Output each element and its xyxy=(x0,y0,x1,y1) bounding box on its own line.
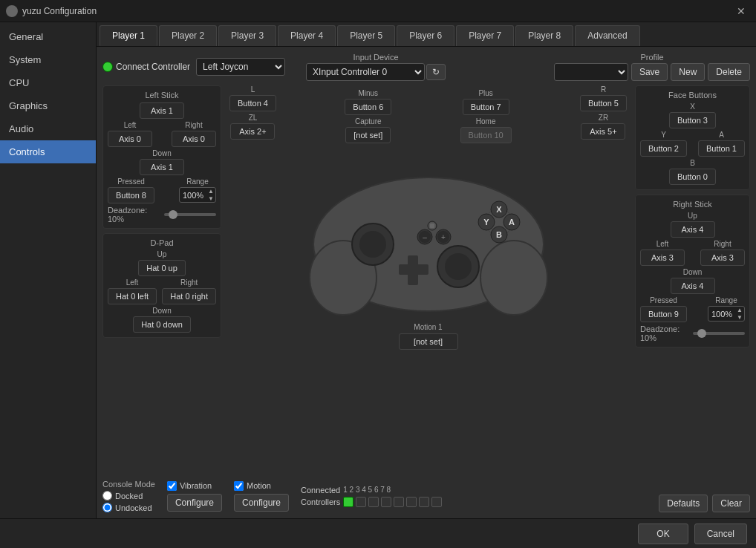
cancel-button[interactable]: Cancel xyxy=(694,523,747,544)
left-stick-range-spinbox[interactable]: 100% ▲ ▼ xyxy=(179,187,216,203)
dpad-down-btn[interactable]: Hat 0 down xyxy=(133,316,191,333)
ctrl-led-2 xyxy=(356,497,366,507)
r-btn[interactable]: Button 5 xyxy=(580,95,627,111)
ctrl-led-8 xyxy=(431,497,442,507)
y-btn[interactable]: Button 2 xyxy=(640,140,687,157)
right-stick-range-label: Range xyxy=(715,296,737,304)
connect-led xyxy=(102,62,113,72)
vibration-configure-btn[interactable]: Configure xyxy=(167,494,222,512)
delete-button[interactable]: Delete xyxy=(708,63,750,81)
vibration-checkbox[interactable] xyxy=(167,481,177,491)
right-range-down-arrow[interactable]: ▼ xyxy=(735,314,744,322)
clear-button[interactable]: Clear xyxy=(712,495,750,512)
right-stick-deadzone-slider[interactable] xyxy=(693,332,745,335)
zl-btn[interactable]: Axis 2+ xyxy=(230,123,275,140)
main-container: General System CPU Graphics Audio Contro… xyxy=(0,22,756,518)
right-stick-left-btn[interactable]: Axis 3 xyxy=(640,249,685,266)
sidebar-item-audio[interactable]: Audio xyxy=(0,117,96,140)
left-stick-up-btn[interactable]: Axis 1 xyxy=(140,102,184,119)
dpad-up-btn[interactable]: Hat 0 up xyxy=(138,260,186,276)
sidebar-item-controls[interactable]: Controls xyxy=(0,140,96,163)
left-stick-down-label: Down xyxy=(152,149,172,157)
minus-label: Minus xyxy=(358,89,378,97)
motion-btn[interactable]: [not set] xyxy=(399,333,458,350)
left-stick-left-btn[interactable]: Axis 0 xyxy=(108,131,152,147)
connected-label: Connected xyxy=(301,486,340,495)
zr-btn[interactable]: Axis 5+ xyxy=(581,123,625,140)
bottom-options: Console Mode Docked Undocked Vibration xyxy=(102,480,442,512)
tab-advanced[interactable]: Advanced xyxy=(575,25,639,46)
left-stick-down-btn[interactable]: Axis 1 xyxy=(140,159,184,175)
x-label: X xyxy=(690,102,695,111)
sidebar-item-general[interactable]: General xyxy=(0,25,96,48)
a-label: A xyxy=(719,131,724,139)
right-range-up-arrow[interactable]: ▲ xyxy=(735,307,744,314)
svg-text:B: B xyxy=(496,230,502,239)
right-stick-up-btn[interactable]: Axis 4 xyxy=(671,221,715,238)
save-button[interactable]: Save xyxy=(631,63,668,81)
l-btn[interactable]: Button 4 xyxy=(229,95,276,111)
profile-select[interactable] xyxy=(554,63,628,81)
ok-button[interactable]: OK xyxy=(638,523,688,544)
defaults-button[interactable]: Defaults xyxy=(659,495,708,512)
motion-checkbox[interactable] xyxy=(234,481,244,491)
home-btn[interactable]: Button 10 xyxy=(460,127,512,143)
motion-configure-btn[interactable]: Configure xyxy=(234,494,289,512)
tab-player6[interactable]: Player 6 xyxy=(397,25,454,46)
right-stick-pressed-btn[interactable]: Button 9 xyxy=(640,306,687,322)
input-device-refresh[interactable]: ↻ xyxy=(426,64,446,80)
right-stick-down-btn[interactable]: Axis 4 xyxy=(671,278,715,294)
tab-player1[interactable]: Player 1 xyxy=(100,25,157,46)
docked-radio[interactable] xyxy=(102,491,112,500)
input-device-select[interactable]: XInput Controller 0 xyxy=(306,63,425,81)
x-btn[interactable]: Button 3 xyxy=(669,112,716,128)
connect-controller-label: Connect Controller xyxy=(116,62,190,72)
tab-player4[interactable]: Player 4 xyxy=(278,25,336,46)
ctrl-led-6 xyxy=(406,497,417,507)
bottom-bar: OK Cancel xyxy=(0,518,756,548)
new-button[interactable]: New xyxy=(671,63,705,81)
dpad-up-label: Up xyxy=(157,250,167,258)
tab-player2[interactable]: Player 2 xyxy=(159,25,217,46)
right-stick-deadzone-label: Deadzone: 10% xyxy=(640,324,690,342)
left-stick-deadzone-slider[interactable] xyxy=(164,213,216,216)
plus-btn[interactable]: Button 7 xyxy=(463,99,509,115)
sidebar-item-graphics[interactable]: Graphics xyxy=(0,94,96,117)
undocked-radio[interactable] xyxy=(102,503,112,512)
right-stick-right-btn[interactable]: Axis 3 xyxy=(700,249,745,266)
middle-column: L Button 4 ZL Axis 2+ Minus xyxy=(226,85,630,350)
tab-player5[interactable]: Player 5 xyxy=(337,25,395,46)
left-stick-pressed-label: Pressed xyxy=(117,177,145,186)
content-area: Player 1 Player 2 Player 3 Player 4 Play… xyxy=(97,22,756,518)
tab-player3[interactable]: Player 3 xyxy=(218,25,276,46)
right-stick-range-spinbox[interactable]: 100% ▲ ▼ xyxy=(708,306,745,322)
a-btn[interactable]: Button 1 xyxy=(698,140,745,157)
ctrl-led-3 xyxy=(368,497,379,507)
left-stick-title: Left Stick xyxy=(108,91,216,100)
controller-type-select[interactable]: Left Joycon Right Joycon Handheld xyxy=(196,58,285,76)
range-up-arrow[interactable]: ▲ xyxy=(206,188,215,195)
tab-player7[interactable]: Player 7 xyxy=(456,25,514,46)
capture-btn[interactable]: [not set] xyxy=(345,127,391,143)
svg-point-6 xyxy=(445,253,472,280)
sidebar-item-system[interactable]: System xyxy=(0,48,96,71)
svg-rect-17 xyxy=(430,224,434,228)
dpad-right-btn[interactable]: Hat 0 right xyxy=(162,288,216,304)
capture-label: Capture xyxy=(355,117,382,125)
b-btn[interactable]: Button 0 xyxy=(669,169,716,185)
range-down-arrow[interactable]: ▼ xyxy=(206,195,215,203)
dpad-left-btn[interactable]: Hat 0 left xyxy=(108,288,157,304)
left-stick-right-btn[interactable]: Axis 0 xyxy=(172,131,216,147)
config-panel: Connect Controller Left Joycon Right Joy… xyxy=(97,47,756,518)
close-button[interactable]: ✕ xyxy=(732,4,750,19)
undocked-radio-row: Undocked xyxy=(102,503,155,512)
home-label: Home xyxy=(476,117,496,125)
svg-text:–: – xyxy=(423,233,427,241)
right-stick-up-label: Up xyxy=(688,212,697,220)
left-stick-pressed-btn[interactable]: Button 8 xyxy=(108,187,154,203)
tab-player8[interactable]: Player 8 xyxy=(515,25,573,46)
minus-btn[interactable]: Button 6 xyxy=(345,99,391,115)
undocked-label: Undocked xyxy=(115,503,152,512)
sidebar-item-cpu[interactable]: CPU xyxy=(0,71,96,94)
controllers-section: Connected 1 2 3 4 5 6 7 8 Controllers xyxy=(301,486,442,507)
